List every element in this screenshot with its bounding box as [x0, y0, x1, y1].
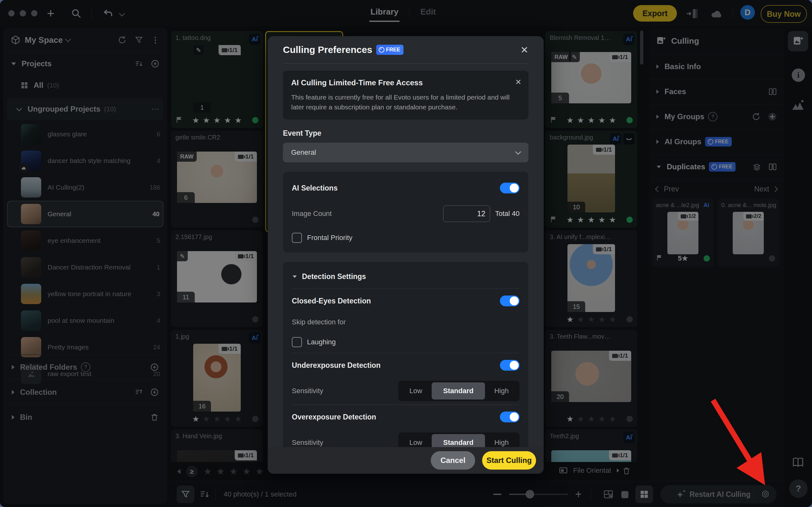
laughing-row: Laughing [292, 331, 520, 353]
skip-detection-row: Skip detection for [292, 313, 520, 331]
detection-settings-collapse-icon [293, 275, 297, 278]
modal-title: Culling Preferences [283, 44, 372, 55]
free-label: FREE [386, 47, 400, 53]
total-label: Total 40 [495, 210, 520, 218]
underexposure-sensitivity-row: Sensitivity Low Standard High [292, 377, 520, 405]
cancel-button[interactable]: Cancel [431, 451, 475, 469]
event-type-value: General [291, 149, 316, 157]
underexposure-row: Underexposure Detection [292, 353, 520, 377]
select-chevron-icon [515, 149, 521, 155]
start-culling-button[interactable]: Start Culling [482, 451, 536, 469]
sensitivity-label: Sensitivity [292, 439, 323, 447]
cancel-label: Cancel [441, 456, 466, 465]
sensitivity-segmented-control: Low Standard High [398, 433, 520, 447]
sensitivity-high[interactable]: High [485, 382, 518, 399]
frontal-priority-checkbox[interactable] [292, 233, 302, 243]
sensitivity-low[interactable]: Low [400, 434, 432, 447]
detection-settings-label: Detection Settings [302, 272, 366, 281]
modal-footer: Cancel Start Culling [268, 447, 544, 474]
closed-eyes-row: Closed-Eyes Detection [292, 289, 520, 313]
overexposure-toggle[interactable] [500, 411, 520, 422]
ai-selections-row: AI Selections [292, 174, 520, 202]
modal-header-divider [283, 63, 529, 64]
underexposure-toggle[interactable] [500, 360, 520, 371]
start-culling-label: Start Culling [487, 456, 532, 465]
overexposure-label: Overexposure Detection [292, 413, 376, 421]
sensitivity-segmented-control: Low Standard High [398, 381, 520, 401]
underexposure-label: Underexposure Detection [292, 361, 381, 370]
skip-detection-label: Skip detection for [292, 318, 346, 326]
banner-close-icon[interactable]: ✕ [515, 78, 522, 87]
ai-selections-toggle[interactable] [500, 183, 520, 193]
closed-eyes-label: Closed-Eyes Detection [292, 297, 371, 305]
culling-preferences-modal: Culling Preferences FREE ✕ AI Culling Li… [268, 36, 544, 474]
banner-title: AI Culling Limited-Time Free Access [291, 78, 520, 87]
image-count-input[interactable] [443, 206, 490, 222]
sensitivity-high[interactable]: High [485, 434, 518, 447]
overexposure-sensitivity-row: Sensitivity Low Standard High [292, 429, 520, 447]
closed-eyes-toggle[interactable] [500, 295, 520, 306]
sensitivity-standard-selected[interactable]: Standard [432, 434, 485, 447]
modal-header: Culling Preferences FREE ✕ [283, 36, 529, 63]
detection-settings-header[interactable]: Detection Settings [292, 265, 520, 288]
detection-settings-card: Detection Settings Closed-Eyes Detection… [283, 262, 529, 447]
image-count-label: Image Count [292, 210, 332, 218]
laughing-checkbox[interactable] [292, 337, 302, 347]
laughing-label: Laughing [307, 338, 336, 346]
free-badge: FREE [376, 45, 403, 55]
frontal-priority-row: Frontal Priority [292, 226, 520, 250]
app-window: + Library Edit Export D Buy Now My Space [0, 0, 812, 507]
overexposure-row: Overexposure Detection [292, 405, 520, 429]
modal-close-icon[interactable]: ✕ [521, 44, 529, 55]
sensitivity-label: Sensitivity [292, 387, 323, 395]
clock-icon [379, 47, 384, 53]
frontal-priority-label: Frontal Priority [307, 234, 353, 242]
ai-selections-card: AI Selections Image Count Total 40 Front… [283, 172, 529, 252]
free-access-banner: AI Culling Limited-Time Free Access ✕ Th… [283, 71, 529, 119]
sensitivity-standard-selected[interactable]: Standard [432, 382, 485, 399]
sensitivity-low[interactable]: Low [400, 382, 432, 399]
event-type-label: Event Type [283, 129, 529, 137]
event-type-select[interactable]: General [283, 143, 529, 162]
ai-selections-label: AI Selections [292, 184, 337, 192]
banner-body: This feature is currently free for all E… [291, 92, 520, 112]
image-count-row: Image Count Total 40 [292, 202, 520, 226]
